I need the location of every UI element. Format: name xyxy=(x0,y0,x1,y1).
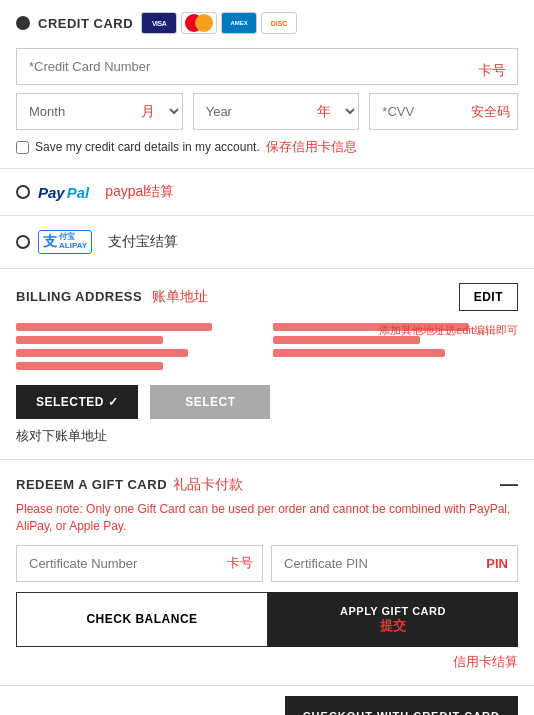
paypal-label: paypal结算 xyxy=(105,183,174,201)
address-redacted-1b xyxy=(16,336,163,344)
apply-gc-cn: 提交 xyxy=(380,618,407,635)
expiry-cvv-row: Month 月 Year 年 安全码 xyxy=(16,93,518,130)
select-button[interactable]: SELECT xyxy=(150,385,270,419)
paypal-radio[interactable] xyxy=(16,185,30,199)
giftcard-inputs: 卡号 PIN xyxy=(16,545,518,582)
billing-confirm-note: 核对下账单地址 xyxy=(16,427,518,445)
billing-title: BILLING ADDRESS xyxy=(16,289,142,304)
mastercard-icon xyxy=(181,12,217,34)
address-note: 添加其他地址选edit编辑即可 xyxy=(379,323,518,338)
cert-pin-cn: PIN xyxy=(486,556,508,571)
save-card-cn: 保存信用卡信息 xyxy=(266,138,357,156)
card-number-input[interactable] xyxy=(16,48,518,85)
giftcard-header: REDEEM A GIFT CARD 礼品卡付款 — xyxy=(16,474,518,495)
paypal-section[interactable]: PayPal paypal结算 xyxy=(0,169,534,216)
address-select-buttons: SELECTED ✓ SELECT xyxy=(16,385,518,419)
alipay-logo: 支 付宝 ALIPAY xyxy=(38,230,92,254)
alipay-text: 付宝 ALIPAY xyxy=(59,233,87,251)
submit-note: 信用卡结算 xyxy=(16,653,518,671)
alipay-label: 支付宝结算 xyxy=(108,233,178,251)
billing-title-cn: 账单地址 xyxy=(152,288,208,304)
addresses-container: 添加其他地址选edit编辑即可 xyxy=(16,323,518,375)
paypal-logo: PayPal xyxy=(38,184,89,201)
giftcard-buttons: CHECK BALANCE APPLY GIFT CARD 提交 xyxy=(16,592,518,647)
address-redacted-1a xyxy=(16,323,212,331)
billing-section: BILLING ADDRESS 账单地址 EDIT 添加其他地址选edit编辑即… xyxy=(0,269,534,460)
month-cn: 月 xyxy=(141,103,155,121)
visa-icon: VISA xyxy=(141,12,177,34)
paypal-pal: Pal xyxy=(67,184,90,201)
cert-number-wrapper: 卡号 xyxy=(16,545,263,582)
paypal-pay: Pay xyxy=(38,184,65,201)
cert-number-cn: 卡号 xyxy=(227,554,253,572)
save-card-row: Save my credit card details in my accoun… xyxy=(16,138,518,156)
address-redacted-2c xyxy=(273,349,445,357)
cvv-wrapper: 安全码 xyxy=(369,93,518,130)
card-number-wrapper: 卡号 xyxy=(16,48,518,93)
save-card-checkbox[interactable] xyxy=(16,141,29,154)
selected-button[interactable]: SELECTED ✓ xyxy=(16,385,138,419)
giftcard-section: REDEEM A GIFT CARD 礼品卡付款 — Please note: … xyxy=(0,460,534,685)
billing-title-group: BILLING ADDRESS 账单地址 xyxy=(16,288,208,306)
check-balance-button[interactable]: CHECK BALANCE xyxy=(16,592,268,647)
collapse-giftcard-icon[interactable]: — xyxy=(500,474,518,495)
alipay-section[interactable]: 支 付宝 ALIPAY 支付宝结算 xyxy=(0,216,534,269)
apply-gc-label: APPLY GIFT CARD xyxy=(340,604,446,618)
billing-header: BILLING ADDRESS 账单地址 EDIT xyxy=(16,283,518,311)
edit-button[interactable]: EDIT xyxy=(459,283,518,311)
save-card-label: Save my credit card details in my accoun… xyxy=(35,140,260,154)
cert-pin-input[interactable] xyxy=(271,545,518,582)
apply-giftcard-button[interactable]: APPLY GIFT CARD 提交 xyxy=(268,592,518,647)
giftcard-title-row: REDEEM A GIFT CARD 礼品卡付款 xyxy=(16,476,243,494)
credit-card-title: CREDIT CARD xyxy=(38,16,133,31)
giftcard-title: REDEEM A GIFT CARD xyxy=(16,477,167,492)
checkout-button[interactable]: CHECKOUT WITH CREDIT CARD xyxy=(285,696,518,715)
address-redacted-1c xyxy=(16,349,188,357)
giftcard-title-cn: 礼品卡付款 xyxy=(173,476,243,494)
amex-icon: AMEX xyxy=(221,12,257,34)
cert-number-input[interactable] xyxy=(16,545,263,582)
year-select[interactable]: Year xyxy=(193,93,360,130)
checkout-section: CHECKOUT WITH CREDIT CARD xyxy=(0,685,534,715)
giftcard-note: Please note: Only one Gift Card can be u… xyxy=(16,501,518,535)
address-1 xyxy=(16,323,261,375)
year-cn: 年 xyxy=(317,103,331,121)
alipay-radio[interactable] xyxy=(16,235,30,249)
card-number-cn: 卡号 xyxy=(478,62,506,80)
address-redacted-1d xyxy=(16,362,163,370)
credit-card-header: CREDIT CARD VISA AMEX DISC xyxy=(16,12,518,34)
credit-card-section: CREDIT CARD VISA AMEX DISC 卡号 Month 月 Ye… xyxy=(0,0,534,169)
cvv-cn: 安全码 xyxy=(471,103,510,121)
cert-pin-wrapper: PIN xyxy=(271,545,518,582)
submit-note-cn: 信用卡结算 xyxy=(453,654,518,669)
giftcard-note-highlight: Only one Gift Card can be used per order… xyxy=(16,502,510,533)
address-2: 添加其他地址选edit编辑即可 xyxy=(273,323,518,375)
discover-icon: DISC xyxy=(261,12,297,34)
credit-card-radio[interactable] xyxy=(16,16,30,30)
checkout-label: CHECKOUT WITH CREDIT CARD xyxy=(303,710,500,715)
card-icons: VISA AMEX DISC xyxy=(141,12,297,34)
month-select[interactable]: Month xyxy=(16,93,183,130)
alipay-symbol: 支 xyxy=(43,233,57,251)
